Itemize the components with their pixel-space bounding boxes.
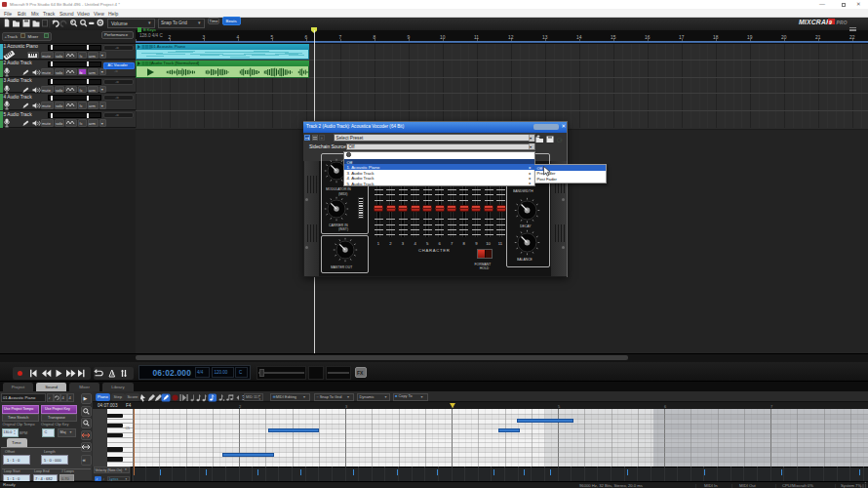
- svg-text:⚆: ⚆: [557, 136, 563, 142]
